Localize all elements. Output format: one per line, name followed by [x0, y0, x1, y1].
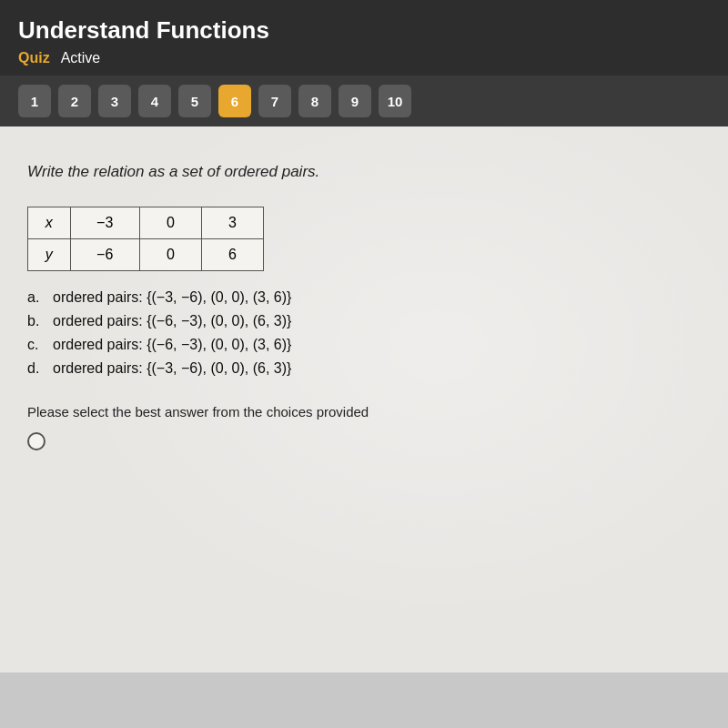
choice-a-text: ordered pairs: {(−3, −6), (0, 0), (3, 6)… [53, 289, 291, 306]
choice-c-letter: c. [27, 337, 44, 353]
nav-button-2[interactable]: 2 [58, 85, 91, 117]
answer-radio-group [27, 432, 701, 450]
quiz-label: Quiz [18, 50, 50, 66]
choices-list: a. ordered pairs: {(−3, −6), (0, 0), (3,… [27, 289, 701, 377]
table-header-x: x [28, 207, 71, 239]
choice-a-letter: a. [27, 289, 44, 306]
relation-table: x −3 0 3 y −6 0 6 [27, 207, 701, 271]
nav-button-5[interactable]: 5 [178, 85, 211, 117]
page-title: Understand Functions [18, 16, 710, 45]
table-header-0: 0 [139, 207, 201, 239]
header: Understand Functions Quiz Active [0, 0, 728, 76]
nav-button-6[interactable]: 6 [218, 85, 251, 117]
table-header-3: 3 [201, 207, 263, 239]
choice-a[interactable]: a. ordered pairs: {(−3, −6), (0, 0), (3,… [27, 289, 701, 306]
nav-button-8[interactable]: 8 [298, 85, 331, 117]
nav-button-3[interactable]: 3 [98, 85, 131, 117]
content-area: Write the relation as a set of ordered p… [0, 126, 728, 672]
choice-d-text: ordered pairs: {(−3, −6), (0, 0), (6, 3)… [53, 360, 291, 377]
table-cell-neg6: −6 [70, 239, 139, 271]
table-header-neg3: −3 [70, 207, 139, 239]
table-cell-0: 0 [139, 239, 201, 271]
nav-button-7[interactable]: 7 [258, 85, 291, 117]
choice-c[interactable]: c. ordered pairs: {(−6, −3), (0, 0), (3,… [27, 337, 701, 353]
table-cell-6: 6 [201, 239, 263, 271]
question-prompt: Write the relation as a set of ordered p… [27, 163, 701, 181]
nav-button-4[interactable]: 4 [138, 85, 171, 117]
status-badge: Active [61, 50, 101, 66]
choice-b-text: ordered pairs: {(−6, −3), (0, 0), (6, 3)… [53, 313, 291, 329]
question-navigation: 12345678910 [0, 76, 728, 126]
choice-b[interactable]: b. ordered pairs: {(−6, −3), (0, 0), (6,… [27, 313, 701, 329]
choice-d-letter: d. [27, 360, 44, 377]
nav-button-10[interactable]: 10 [379, 85, 411, 117]
radio-button[interactable] [27, 432, 46, 450]
footer-prompt: Please select the best answer from the c… [27, 404, 701, 420]
choice-c-text: ordered pairs: {(−6, −3), (0, 0), (3, 6)… [53, 337, 291, 353]
table-row-label-y: y [28, 239, 71, 271]
nav-button-1[interactable]: 1 [18, 85, 51, 117]
choice-d[interactable]: d. ordered pairs: {(−3, −6), (0, 0), (6,… [27, 360, 701, 377]
header-meta: Quiz Active [18, 50, 710, 66]
nav-button-9[interactable]: 9 [339, 85, 371, 117]
choice-b-letter: b. [27, 313, 44, 329]
